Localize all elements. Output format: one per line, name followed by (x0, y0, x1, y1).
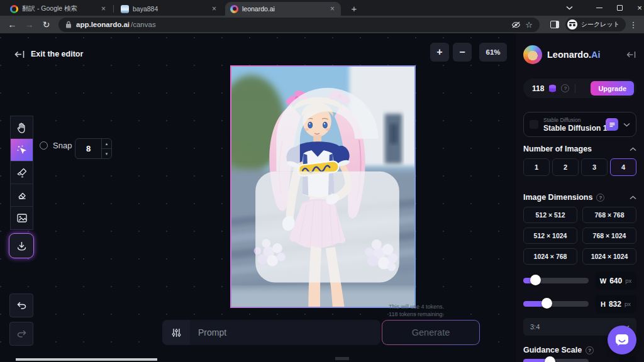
guidance-help-icon[interactable]: ? (586, 346, 594, 354)
height-slider-thumb[interactable] (541, 298, 552, 309)
snap-radio[interactable] (40, 141, 48, 150)
model-select[interactable]: Stable Diffusion Stable Diffusion 1.5 (523, 112, 636, 137)
height-control: H 832 px (523, 295, 636, 313)
address-bar[interactable]: app.leonardo.ai /canvas ☆ (58, 18, 540, 32)
canvas-workspace[interactable]: Exit the editor + − 61% (0, 33, 516, 362)
num-images-4-button[interactable]: 4 (610, 158, 636, 176)
eraser-tool-button[interactable] (11, 184, 33, 207)
arrow-left-to-bar-icon (14, 50, 25, 58)
tab-search-chevron-icon[interactable] (558, 0, 580, 16)
zoom-in-button[interactable]: + (430, 43, 449, 62)
eraser-icon (16, 190, 28, 200)
zoom-level-button[interactable]: 61% (479, 43, 507, 62)
prompt-settings-button[interactable] (162, 320, 190, 345)
num-images-1-button[interactable]: 1 (523, 158, 550, 176)
browser-menu-icon[interactable]: ⋮ (627, 20, 640, 30)
undo-button[interactable] (9, 293, 33, 317)
leonardo-canvas-window: 翻訳 - Google 検索 × baya884 × leonardo.ai ×… (0, 0, 644, 362)
token-usage-line1: This will use 4 tokens. (340, 303, 444, 310)
snap-stepper: ▲ ▼ (75, 138, 112, 159)
dim-512x1024-button[interactable]: 512 × 1024 (523, 228, 577, 244)
dim-1024x768-button[interactable]: 1024 × 768 (523, 248, 577, 265)
generated-image-cheerleader[interactable] (231, 67, 414, 307)
collapse-sidebar-icon[interactable] (626, 51, 636, 58)
image-tool-button[interactable] (11, 207, 33, 229)
forward-button[interactable]: → (21, 19, 37, 30)
dim-768x768-button[interactable]: 768 × 768 (582, 207, 636, 223)
height-unit: px (625, 300, 631, 307)
snap-value-input[interactable] (75, 139, 101, 158)
tab-close-icon[interactable]: × (211, 4, 218, 13)
number-of-images-header[interactable]: Number of Images (523, 145, 636, 153)
height-slider[interactable] (523, 301, 589, 307)
snap-increment-icon[interactable]: ▲ (102, 139, 111, 149)
num-images-2-button[interactable]: 2 (552, 158, 579, 176)
height-label: H (601, 300, 606, 308)
tab-close-icon[interactable]: × (100, 4, 107, 13)
width-control: W 640 px (523, 272, 636, 290)
snap-decrement-icon[interactable]: ▼ (102, 149, 111, 158)
incognito-icon (567, 19, 577, 30)
number-of-images-label: Number of Images (523, 145, 592, 153)
dim-512x512-button[interactable]: 512 × 512 (523, 207, 577, 223)
lock-icon (65, 21, 72, 28)
upgrade-button[interactable]: Upgrade (591, 81, 634, 96)
incognito-badge[interactable]: シークレット (565, 18, 626, 31)
new-tab-button[interactable]: + (347, 1, 362, 15)
exit-editor-button[interactable]: Exit the editor (14, 50, 83, 58)
eye-off-icon[interactable] (511, 21, 521, 28)
num-images-3-button[interactable]: 3 (581, 158, 608, 176)
number-of-images-options: 1 2 3 4 (523, 158, 636, 176)
tab-close-icon[interactable]: × (329, 4, 336, 13)
image-dimensions-header[interactable]: Image Dimensions ? (523, 193, 636, 202)
guidance-slider-thumb[interactable] (545, 356, 555, 362)
dim-768x1024-button[interactable]: 768 × 1024 (582, 228, 636, 244)
bookmark-star-icon[interactable]: ☆ (525, 20, 533, 30)
token-balance-pill: 118 ? Upgrade (523, 79, 636, 98)
download-button[interactable] (9, 233, 34, 258)
tab-title: 翻訳 - Google 検索 (22, 4, 96, 13)
zoom-out-button[interactable]: − (453, 43, 472, 62)
leonardo-avatar (523, 45, 542, 64)
generate-button-border: Generate (382, 320, 480, 345)
guidance-scale-control: 7 (523, 358, 636, 362)
incognito-label: シークレット (581, 20, 619, 29)
tool-palette (10, 116, 33, 230)
redo-button[interactable] (9, 322, 33, 346)
guidance-slider[interactable] (523, 359, 589, 362)
model-note-icon (606, 118, 618, 131)
dim-1024x1024-button[interactable]: 1024 × 1024 (582, 248, 636, 265)
side-panel-icon[interactable] (550, 21, 559, 28)
reload-button[interactable]: ↻ (38, 19, 54, 30)
token-help-icon[interactable]: ? (561, 84, 569, 92)
dimensions-help-icon[interactable]: ? (596, 194, 604, 202)
image-icon (16, 213, 28, 223)
window-close-button[interactable]: × (629, 0, 644, 16)
window-minimize-button[interactable] (589, 0, 610, 16)
coins-icon (548, 84, 557, 93)
tab-google-translate[interactable]: 翻訳 - Google 検索 × (5, 2, 112, 16)
paint-tool-button[interactable] (11, 162, 33, 184)
dimension-presets: 512 × 512 768 × 768 512 × 1024 768 × 102… (523, 207, 636, 265)
width-slider-thumb[interactable] (530, 275, 541, 285)
unlocked-icon[interactable] (236, 71, 414, 307)
height-value-box: H 832 px (595, 295, 636, 313)
support-chat-button[interactable] (608, 326, 636, 354)
chat-smile-icon (615, 334, 629, 346)
paintbrush-icon (16, 167, 28, 178)
tab-baya884[interactable]: baya884 × (116, 2, 223, 16)
prompt-bar (162, 320, 380, 345)
pan-tool-button[interactable] (11, 116, 33, 139)
select-tool-button[interactable] (11, 139, 33, 162)
prompt-input[interactable] (190, 327, 380, 337)
chevron-up-icon (630, 195, 636, 200)
guidance-scale-label: Guidance Scale (523, 346, 582, 354)
tab-leonardo-active[interactable]: leonardo.ai × (225, 2, 341, 16)
back-button[interactable]: ← (4, 19, 20, 30)
generate-button[interactable]: Generate (382, 321, 479, 344)
window-maximize-button[interactable] (609, 0, 630, 16)
model-thumbnail (530, 120, 538, 129)
generation-frame[interactable] (230, 65, 416, 308)
token-count: 118 (532, 84, 544, 93)
width-value: 640 (609, 277, 622, 285)
